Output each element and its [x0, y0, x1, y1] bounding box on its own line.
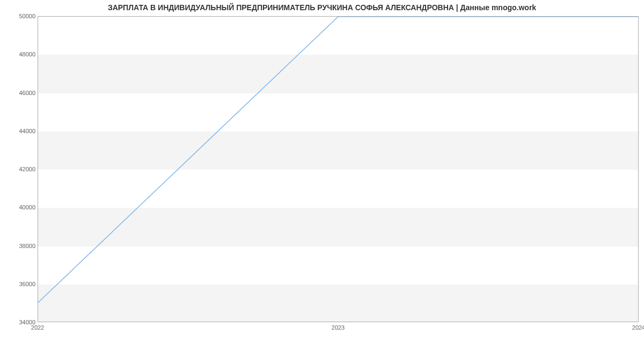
y-tick-label: 40000 — [3, 204, 35, 210]
y-tick-label: 50000 — [3, 13, 35, 19]
y-tick-label: 36000 — [3, 281, 35, 287]
chart-container: ЗАРПЛАТА В ИНДИВИДУАЛЬНЫЙ ПРЕДПРИНИМАТЕЛ… — [0, 0, 644, 349]
y-tick-label: 48000 — [3, 51, 35, 57]
series-polyline — [38, 17, 638, 303]
x-tick-label: 2023 — [332, 324, 345, 331]
plot-area — [38, 16, 639, 322]
y-tick-label: 42000 — [3, 166, 35, 172]
x-tick-label: 2022 — [31, 324, 44, 331]
line-series — [38, 17, 638, 322]
x-tick-label: 2024 — [632, 324, 644, 331]
y-tick-label: 46000 — [3, 90, 35, 96]
y-tick-label: 44000 — [3, 128, 35, 134]
y-tick-label: 38000 — [3, 243, 35, 249]
chart-title: ЗАРПЛАТА В ИНДИВИДУАЛЬНЫЙ ПРЕДПРИНИМАТЕЛ… — [0, 3, 644, 12]
